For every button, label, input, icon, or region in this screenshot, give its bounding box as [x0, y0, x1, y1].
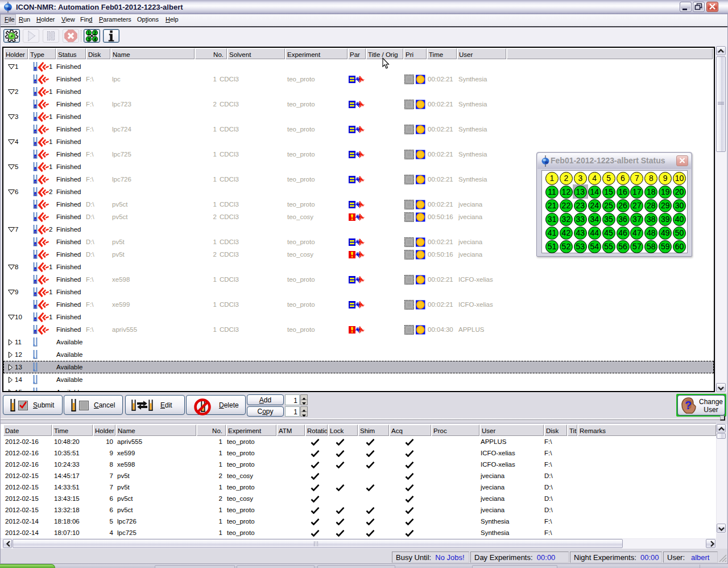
svg-text:4: 4 [94, 36, 97, 42]
svg-text:1: 1 [88, 30, 90, 36]
svg-text:?: ? [685, 399, 692, 411]
svg-text:3: 3 [88, 36, 90, 42]
svg-text:2: 2 [94, 30, 97, 36]
